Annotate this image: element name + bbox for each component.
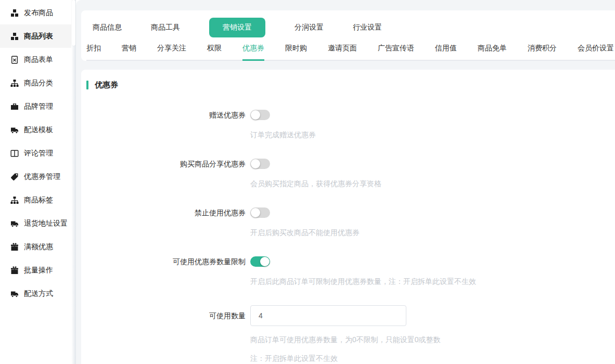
- tab-marketing-settings[interactable]: 营销设置: [209, 18, 265, 37]
- gift-icon: [10, 266, 19, 275]
- subtab-marketing[interactable]: 营销: [122, 44, 136, 61]
- tab-label: 营销设置: [223, 23, 252, 31]
- sidebar-item-label: 商品表单: [24, 55, 53, 64]
- cubes-icon: [10, 32, 19, 41]
- sidebar-item-return-address-settings[interactable]: 退货地址设置: [0, 212, 71, 235]
- sidebar-item-label: 优惠券管理: [24, 172, 60, 181]
- field-label: 可使用数量: [86, 305, 250, 363]
- form-row-buy-share-coupon: 购买商品分享优惠券 会员购买指定商品，获得优惠券分享资格: [86, 159, 605, 189]
- subtab-product-free-order[interactable]: 商品免单: [478, 44, 507, 61]
- sidebar-item-label: 商品列表: [24, 32, 53, 41]
- sidebar-item-label: 批量操作: [24, 266, 53, 275]
- field-description: 开启后此商品订单可限制使用优惠券数量，注：开启拆单此设置不生效: [250, 276, 605, 287]
- sidebar-item-product-tags[interactable]: 商品标签: [0, 188, 71, 212]
- sidebar-scrollbar[interactable]: [71, 0, 76, 364]
- briefcase-icon: [10, 102, 19, 111]
- subtab-share-follow[interactable]: 分享关注: [157, 44, 186, 61]
- tab-label: 分润设置: [294, 23, 324, 31]
- field-description: 开启后购买改商品不能使用优惠券: [250, 227, 605, 238]
- truck-icon: [10, 126, 19, 134]
- sidebar-item-label: 商品分类: [24, 79, 53, 88]
- truck-icon: [10, 290, 19, 298]
- buy-share-coupon-toggle[interactable]: [250, 159, 270, 169]
- field-label: 赠送优惠券: [86, 110, 250, 140]
- tab-label: 商品工具: [151, 23, 180, 31]
- forbid-coupon-toggle[interactable]: [250, 207, 270, 218]
- subtab-coupon[interactable]: 优惠券: [242, 44, 264, 61]
- sidebar-scrollbar-thumb[interactable]: [72, 0, 75, 46]
- coupon-settings-panel: 优惠券 赠送优惠券 订单完成赠送优惠券 购买商品分享优惠券 会员购买指定商品，获…: [81, 70, 615, 364]
- sidebar-item-product-list[interactable]: 商品列表: [0, 24, 71, 48]
- sidebar-item-label: 品牌管理: [24, 102, 53, 111]
- sidebar-item-label: 发布商品: [24, 8, 53, 18]
- subtab-invite-page[interactable]: 邀请页面: [328, 44, 357, 61]
- document-icon: [10, 56, 19, 64]
- toggle-knob: [251, 110, 260, 120]
- tab-industry-settings[interactable]: 行业设置: [353, 18, 382, 37]
- sidebar-item-full-amount-discount[interactable]: 满额优惠: [0, 235, 71, 258]
- field-description: 会员购买指定商品，获得优惠券分享资格: [250, 178, 605, 189]
- sitemap-icon: [10, 196, 19, 204]
- columns-icon: [10, 149, 19, 158]
- tab-profit-sharing-settings[interactable]: 分润设置: [294, 18, 324, 37]
- sidebar-item-comment-management[interactable]: 评论管理: [0, 141, 71, 165]
- section-header: 优惠券: [86, 80, 605, 90]
- usable-count-input[interactable]: [250, 305, 406, 326]
- subtab-credit-value[interactable]: 信用值: [435, 44, 457, 61]
- sidebar-item-label: 商品标签: [24, 196, 53, 205]
- coupon-count-limit-toggle[interactable]: [250, 256, 270, 267]
- field-note: 注：开启拆单此设置不生效: [250, 353, 605, 363]
- sidebar: 发布商品 商品列表 商品表单 商品分类 品牌管理 配送模板 评论管理 优惠券管理…: [0, 0, 71, 364]
- section-accent-bar: [86, 81, 88, 89]
- sidebar-item-batch-operations[interactable]: 批量操作: [0, 258, 71, 282]
- form-row-forbid-coupon: 禁止使用优惠券 开启后购买改商品不能使用优惠券: [86, 207, 605, 238]
- toggle-knob: [251, 159, 260, 168]
- truck-icon: [10, 219, 19, 228]
- field-label: 购买商品分享优惠券: [86, 159, 250, 189]
- field-description: 订单完成赠送优惠券: [250, 129, 605, 140]
- sidebar-item-delivery-template[interactable]: 配送模板: [0, 118, 71, 141]
- toggle-knob: [251, 208, 260, 217]
- form-row-coupon-count-limit: 可使用优惠券数量限制 开启后此商品订单可限制使用优惠券数量，注：开启拆单此设置不…: [86, 256, 605, 287]
- gift-icon: [10, 243, 19, 251]
- sidebar-item-label: 配送模板: [24, 125, 53, 135]
- subtab-permissions[interactable]: 权限: [207, 44, 222, 61]
- section-title: 优惠券: [95, 80, 118, 90]
- tab-product-tools[interactable]: 商品工具: [151, 18, 180, 37]
- field-label: 可使用优惠券数量限制: [86, 256, 250, 287]
- sidebar-item-product-category[interactable]: 商品分类: [0, 71, 71, 95]
- main-content: 商品信息 商品工具 营销设置 分润设置 行业设置 折扣 营销 分享关注 权限 优…: [76, 0, 615, 364]
- tabs-card: 商品信息 商品工具 营销设置 分润设置 行业设置 折扣 营销 分享关注 权限 优…: [81, 10, 615, 61]
- form-row-usable-count: 可使用数量 商品订单可使用优惠券数量，为0不限制，只能设置0或整数 注：开启拆单…: [86, 305, 605, 363]
- subtab-member-price-settings[interactable]: 会员价设置: [578, 44, 614, 61]
- subtab-discount[interactable]: 折扣: [86, 44, 101, 61]
- field-label: 禁止使用优惠券: [86, 207, 250, 238]
- tab-product-info[interactable]: 商品信息: [93, 18, 122, 37]
- sidebar-item-delivery-method[interactable]: 配送方式: [0, 282, 71, 305]
- sidebar-item-product-form[interactable]: 商品表单: [0, 48, 71, 71]
- subtab-consumption-points[interactable]: 消费积分: [528, 44, 557, 61]
- tag-icon: [10, 173, 19, 181]
- sidebar-item-brand-management[interactable]: 品牌管理: [0, 95, 71, 118]
- cubes-icon: [10, 9, 19, 17]
- primary-tabs: 商品信息 商品工具 营销设置 分润设置 行业设置: [86, 16, 615, 41]
- sitemap-icon: [10, 79, 19, 87]
- form-row-gift-coupon: 赠送优惠券 订单完成赠送优惠券: [86, 110, 605, 140]
- sidebar-item-label: 满额优惠: [24, 242, 53, 252]
- sidebar-item-coupon-management[interactable]: 优惠券管理: [0, 165, 71, 188]
- toggle-knob: [260, 257, 270, 266]
- subtab-flash-sale[interactable]: 限时购: [285, 44, 307, 61]
- gift-coupon-toggle[interactable]: [250, 110, 270, 120]
- sidebar-item-label: 评论管理: [24, 149, 53, 158]
- subtab-ad-slogan[interactable]: 广告宣传语: [378, 44, 414, 61]
- sidebar-item-label: 退货地址设置: [24, 219, 68, 228]
- secondary-tabs: 折扣 营销 分享关注 权限 优惠券 限时购 邀请页面 广告宣传语 信用值 商品免…: [86, 41, 615, 61]
- tab-label: 商品信息: [93, 23, 122, 31]
- field-description: 商品订单可使用优惠券数量，为0不限制，只能设置0或整数: [250, 334, 605, 345]
- tab-label: 行业设置: [353, 23, 382, 31]
- sidebar-item-label: 配送方式: [24, 289, 53, 298]
- sidebar-item-publish-product[interactable]: 发布商品: [0, 1, 71, 24]
